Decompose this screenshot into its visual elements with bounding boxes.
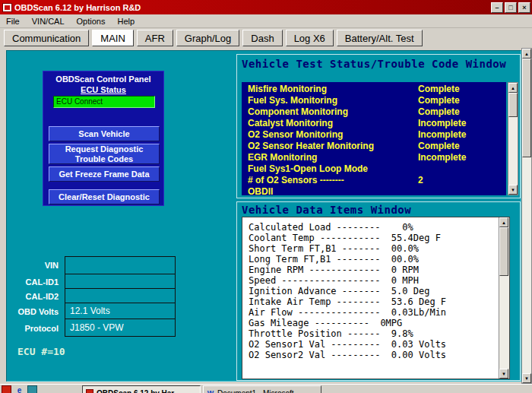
status-value: Incomplete bbox=[418, 118, 466, 128]
protocol-field: J1850 - VPW bbox=[65, 319, 176, 337]
quick-launch: e bbox=[0, 385, 82, 393]
minimize-icon: – bbox=[495, 4, 499, 11]
status-value: Incomplete bbox=[418, 152, 466, 163]
scroll-up-icon[interactable]: ▲ bbox=[508, 83, 518, 93]
main-panel: OBDScan Control Panel ECU Status ECU Con… bbox=[6, 50, 521, 382]
obd-volts-field: 12.1 Volts bbox=[65, 303, 176, 319]
test-status-title: Vehicle Test Status/Trouble Code Window bbox=[242, 58, 506, 70]
freeze-frame-button[interactable]: Get Freeze Frame Data bbox=[49, 166, 160, 182]
window-scrollbar[interactable]: ▲ ▼ bbox=[521, 48, 532, 384]
ecu-status-field[interactable]: ECU Connect bbox=[53, 96, 155, 108]
status-value: Complete bbox=[418, 106, 460, 117]
data-line: Ignition Advance ------- 5.0 Deg bbox=[249, 286, 509, 296]
status-row: O2 Sensor Heater MonitoringComplete bbox=[248, 141, 506, 152]
scroll-down-icon[interactable]: ▼ bbox=[522, 373, 531, 383]
status-row: Component MonitoringComplete bbox=[248, 106, 506, 118]
taskbar-button-obdscan[interactable]: OBDScan 6.12 by Har... bbox=[82, 385, 201, 393]
title-bar: OBDScan 6.12 by Harrison R&D – □ × bbox=[0, 0, 532, 14]
scroll-up-icon[interactable]: ▲ bbox=[499, 217, 508, 227]
main-area: OBDScan Control Panel ECU Status ECU Con… bbox=[0, 48, 532, 384]
ecu-status-label: ECU Status bbox=[43, 85, 163, 94]
status-value: 2 bbox=[418, 175, 423, 185]
data-items-list: Calculated Load -------- 0% Coolant Temp… bbox=[242, 217, 510, 379]
scroll-down-icon[interactable]: ▼ bbox=[508, 185, 518, 195]
obdscan-icon bbox=[86, 389, 93, 393]
tab-bar: Communication MAIN AFR Graph/Log Dash Lo… bbox=[0, 28, 532, 48]
maximize-icon: □ bbox=[508, 4, 512, 11]
data-line: Calculated Load -------- 0% bbox=[249, 222, 509, 233]
test-status-window: Vehicle Test Status/Trouble Code Window … bbox=[236, 54, 521, 198]
status-row: Catalyst MonitoringIncomplete bbox=[248, 118, 506, 129]
tab-log-x6[interactable]: Log X6 bbox=[286, 30, 334, 46]
cal-id2-label: CAL-ID2 bbox=[14, 289, 65, 303]
app-quicklaunch-icon[interactable] bbox=[2, 385, 11, 393]
scrollbar-thumb[interactable] bbox=[522, 59, 531, 157]
close-icon: × bbox=[522, 4, 526, 11]
menu-options[interactable]: Options bbox=[71, 15, 112, 27]
tab-afr[interactable]: AFR bbox=[137, 30, 173, 46]
data-line: Gas Mileage ---------- 0MPG bbox=[249, 318, 509, 328]
tab-communication[interactable]: Communication bbox=[4, 30, 89, 46]
request-dtc-button[interactable]: Request Diagnostic Trouble Codes bbox=[49, 144, 160, 164]
scroll-down-icon[interactable]: ▼ bbox=[499, 369, 508, 379]
menu-bar: File VIN/CAL Options Help bbox=[0, 14, 532, 28]
clear-reset-button[interactable]: Clear/Reset Diagnostic bbox=[49, 189, 160, 204]
vin-label: VIN bbox=[14, 256, 65, 274]
data-scrollbar[interactable]: ▲ ▼ bbox=[499, 217, 509, 379]
status-value: Complete bbox=[418, 95, 460, 106]
app-icon bbox=[2, 3, 12, 12]
cal-id1-field[interactable] bbox=[65, 274, 176, 289]
data-line: O2 Sensor2 Val --------- 0.00 Volts bbox=[249, 350, 509, 360]
minimize-button[interactable]: – bbox=[491, 2, 503, 13]
browser-icon[interactable]: e bbox=[14, 385, 24, 393]
tab-graph-log[interactable]: Graph/Log bbox=[176, 30, 239, 46]
close-button[interactable]: × bbox=[518, 2, 530, 13]
cal-id1-label: CAL-ID1 bbox=[14, 274, 65, 289]
menu-file[interactable]: File bbox=[0, 15, 26, 27]
status-row: Fuel Sys. MonitoringComplete bbox=[248, 95, 506, 106]
vin-field[interactable] bbox=[65, 256, 176, 274]
data-line: Long Term FT,B1 -------- 00.0% bbox=[249, 254, 509, 265]
obd-volts-label: OBD Volts bbox=[14, 303, 65, 319]
status-row: Fuel Sys1-Open Loop Mode bbox=[248, 163, 506, 175]
menu-vincal[interactable]: VIN/CAL bbox=[26, 15, 71, 27]
data-items-title: Vehicle Data Items Window bbox=[242, 204, 411, 216]
protocol-row: Protocol J1850 - VPW bbox=[14, 319, 176, 337]
data-line: Speed ------------------ 0 MPH bbox=[249, 275, 509, 286]
scrollbar-thumb[interactable] bbox=[508, 93, 518, 117]
cal-id2-field[interactable] bbox=[65, 288, 176, 303]
control-panel-title: OBDScan Control Panel bbox=[43, 74, 163, 84]
taskbar-button-document[interactable]: W Document1 - Microsoft... bbox=[203, 385, 321, 393]
tab-dash[interactable]: Dash bbox=[242, 30, 282, 46]
tab-battery-alt-test[interactable]: Battery/Alt. Test bbox=[337, 30, 423, 46]
data-line: Engine RPM ------------- 0 RPM bbox=[249, 265, 509, 275]
status-scrollbar[interactable]: ▲ ▼ bbox=[508, 82, 518, 195]
test-status-list: Misfire MonitoringComplete Fuel Sys. Mon… bbox=[242, 82, 506, 195]
vehicle-info: VIN CAL-ID1 CAL-ID2 OBD Volts 12.1 Volts… bbox=[14, 256, 176, 337]
control-panel: OBDScan Control Panel ECU Status ECU Con… bbox=[43, 71, 164, 206]
scan-vehicle-button[interactable]: Scan Vehicle bbox=[49, 126, 160, 141]
status-value: Complete bbox=[418, 141, 460, 151]
cal-id2-row: CAL-ID2 bbox=[14, 289, 176, 303]
taskbar-button-label: OBDScan 6.12 by Har... bbox=[97, 389, 180, 393]
status-value: Complete bbox=[418, 84, 460, 94]
obd-volts-row: OBD Volts 12.1 Volts bbox=[14, 303, 176, 319]
protocol-label: Protocol bbox=[14, 319, 65, 337]
menu-help[interactable]: Help bbox=[111, 15, 141, 27]
ecu-number-text: ECU #=10 bbox=[17, 346, 65, 357]
status-row: OBDII bbox=[248, 186, 506, 195]
taskbar-button-label: Document1 - Microsoft... bbox=[217, 389, 300, 393]
status-value: Incomplete bbox=[418, 129, 466, 140]
maximize-button[interactable]: □ bbox=[505, 2, 517, 13]
status-row: O2 Sensor MonitoringIncomplete bbox=[248, 129, 506, 141]
scroll-up-icon[interactable]: ▲ bbox=[522, 49, 531, 59]
scrollbar-thumb[interactable] bbox=[499, 227, 508, 276]
status-row: Misfire MonitoringComplete bbox=[248, 84, 506, 95]
quick-launch-icon[interactable] bbox=[27, 385, 37, 393]
data-line: Air Flow --------------- 0.03Lb/Min bbox=[249, 307, 509, 318]
data-line: O2 Sensor1 Val --------- 0.03 Volts bbox=[249, 339, 509, 350]
vin-row: VIN bbox=[14, 256, 176, 274]
window-title: OBDScan 6.12 by Harrison R&D bbox=[14, 3, 489, 12]
tab-main[interactable]: MAIN bbox=[92, 30, 134, 46]
data-line: Short Term FT,B1 ------- 00.0% bbox=[249, 243, 509, 254]
